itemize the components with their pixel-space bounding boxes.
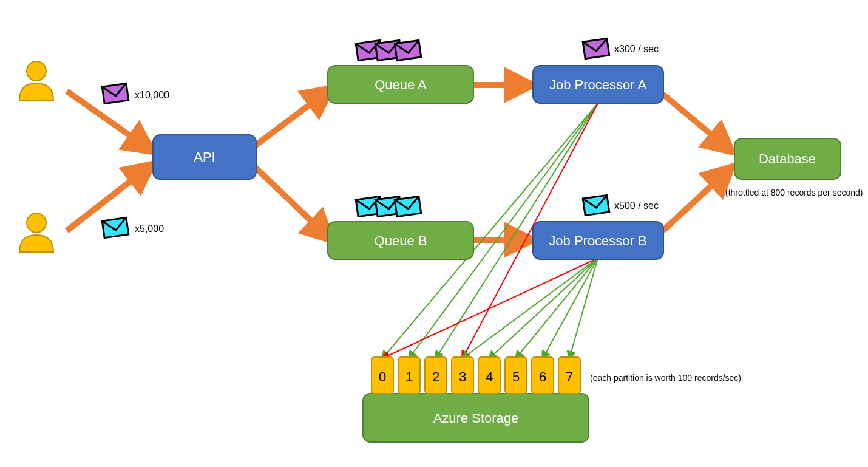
processor-b-box: Job Processor B (533, 222, 663, 259)
processor-b-envelope-icon (583, 195, 609, 215)
queue-b-envelopes (356, 196, 421, 216)
svg-text:5: 5 (512, 369, 520, 384)
svg-line-4 (255, 91, 328, 146)
processor-b-label: Job Processor B (549, 233, 646, 248)
storage-label: Azure Storage (433, 411, 519, 426)
database-label: Database (759, 151, 816, 166)
processor-a-envelope-icon (583, 38, 609, 58)
processor-a-box: Job Processor A (533, 66, 663, 103)
svg-line-15 (463, 258, 598, 358)
queue-b-box: Queue B (328, 222, 473, 259)
svg-line-5 (255, 167, 328, 237)
svg-text:3: 3 (459, 369, 466, 384)
svg-text:1: 1 (405, 369, 413, 384)
storage-note: (each partition is worth 100 records/sec… (590, 373, 741, 383)
storage-box: Azure Storage (363, 394, 589, 442)
database-note: (throttled at 800 records per second) (725, 188, 863, 197)
svg-text:4: 4 (486, 369, 493, 384)
queue-a-envelopes (356, 40, 421, 60)
partition-boxes: 0 1 2 3 4 5 6 7 (371, 357, 580, 394)
svg-text:7: 7 (566, 369, 573, 384)
svg-text:0: 0 (379, 369, 386, 384)
svg-line-18 (543, 258, 598, 358)
svg-line-8 (663, 94, 728, 149)
processor-b-rate: x500 / sec (614, 200, 659, 211)
partition-3: 3 (452, 357, 473, 394)
svg-line-19 (569, 258, 598, 358)
partition-1: 1 (398, 357, 420, 394)
svg-line-9 (663, 170, 728, 231)
partition-2: 2 (425, 357, 447, 394)
partition-0: 0 (371, 357, 393, 394)
queue-a-label: Queue A (375, 77, 427, 92)
user2-count: x5,000 (135, 223, 164, 234)
svg-line-17 (516, 258, 598, 358)
partition-7: 7 (558, 357, 580, 394)
svg-line-16 (489, 258, 598, 358)
database-box: Database (734, 138, 841, 179)
partition-4: 4 (478, 357, 500, 394)
user1-count: x10,000 (135, 90, 169, 100)
queue-a-box: Queue A (328, 66, 473, 103)
partition-5: 5 (505, 357, 527, 394)
user1-envelope-icon (102, 83, 129, 103)
processor-a-label: Job Processor A (549, 77, 647, 92)
user-1 (19, 61, 53, 100)
api-label: API (194, 149, 215, 165)
user-2 (19, 213, 53, 252)
partition-6: 6 (532, 357, 554, 394)
svg-text:2: 2 (432, 369, 439, 384)
api-box: API (153, 135, 256, 179)
svg-text:6: 6 (539, 369, 546, 384)
processor-a-rate: x300 / sec (614, 44, 659, 54)
queue-b-label: Queue B (375, 233, 427, 248)
user2-envelope-icon (102, 217, 129, 237)
